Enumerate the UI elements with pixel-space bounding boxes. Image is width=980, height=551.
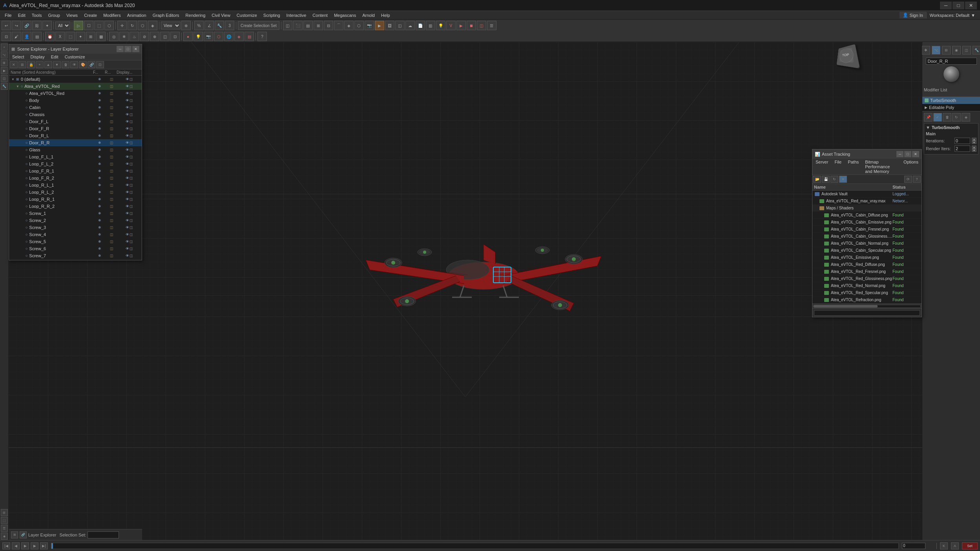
hide-all-btn[interactable]: ⊘ [140, 32, 149, 41]
curve-editor-button[interactable]: ⌒ [334, 21, 343, 30]
at-row-10[interactable]: Atea_eVTOL_Red_Diffuse.png Found [812, 261, 922, 268]
pivot-button[interactable]: ⊕ [181, 21, 191, 30]
at-row-2[interactable]: Maps / Shaders [812, 205, 922, 212]
sign-in-button[interactable]: 👤Sign In [900, 12, 926, 18]
left-tb-extra2[interactable]: ⬚ [1, 517, 8, 524]
frame-input[interactable] [902, 543, 925, 549]
vray-light-btn[interactable]: 💡 [193, 32, 203, 41]
select-button[interactable]: ▷ [74, 21, 83, 30]
move-button[interactable]: ✛ [117, 21, 127, 30]
at-row-6[interactable]: Atea_eVTOL_Cabin_Glossiness.png Found [812, 233, 922, 240]
se-row-loop_r_l_2[interactable]: ▼ ○ Loop_R_L_2 ❄ ◫ 👁 ◫ [9, 189, 142, 196]
vray-extra1-btn[interactable]: ◈ [234, 32, 244, 41]
menu-arnold[interactable]: Arnold [359, 11, 378, 20]
menu-group[interactable]: Group [45, 11, 63, 20]
percent-snap-button[interactable]: % [194, 21, 204, 30]
menu-animation[interactable]: Animation [124, 11, 150, 20]
se-row-screw_6[interactable]: ▼ ○ Screw_6 ❄ ◫ 👁 ◫ [9, 245, 142, 252]
align2-button[interactable]: ▤ [303, 21, 313, 30]
at-tb-reload[interactable]: ↻ [830, 176, 838, 183]
step-next-button[interactable]: ▶ [31, 542, 38, 549]
vray-btn-5[interactable]: ☰ [487, 21, 496, 30]
freeze-all-btn[interactable]: ❄ [119, 32, 129, 41]
unlink-button[interactable]: ⛓ [32, 21, 42, 30]
at-minimize-button[interactable]: ─ [896, 151, 903, 157]
utilities-tab[interactable]: 🔧 [973, 46, 980, 55]
left-tb-motion[interactable]: ▶ [1, 67, 8, 74]
se-row-loop_f_r_1[interactable]: ▼ ○ Loop_F_R_1 ❄ ◫ 👁 ◫ [9, 167, 142, 175]
se-tb-up[interactable]: ▲ [44, 61, 52, 68]
help-btn[interactable]: ? [257, 32, 267, 41]
pin-modifier[interactable]: 📌 [924, 113, 933, 122]
key-mode-button[interactable]: K [940, 542, 948, 549]
se-row-screw_8[interactable]: ▼ ○ Screw_8 ❄ ◫ 👁 ◫ [9, 259, 142, 260]
se-row-screw_2[interactable]: ▼ ○ Screw_2 ❄ ◫ 👁 ◫ [9, 217, 142, 224]
modify-tab[interactable]: ⌥ [932, 46, 940, 55]
vray-cam-btn[interactable]: 📷 [204, 32, 213, 41]
se-row-loop_f_l_1[interactable]: ▼ ○ Loop_F_L_1 ❄ ◫ 👁 ◫ [9, 153, 142, 160]
workspaces-dropdown[interactable]: Workspaces: Default▼ [926, 12, 978, 18]
link-button[interactable]: 🔗 [22, 21, 31, 30]
se-tb-delete[interactable]: 🗑 [62, 61, 69, 68]
se-row-screw_5[interactable]: ▼ ○ Screw_5 ❄ ◫ 👁 ◫ [9, 238, 142, 245]
se-close-button[interactable]: ✕ [132, 46, 139, 52]
vray-btn-4[interactable]: ◫ [477, 21, 486, 30]
at-tb-help[interactable]: ? [913, 176, 921, 183]
hierarchy-tab[interactable]: ⊞ [942, 46, 951, 55]
se-row-loop_r_r_2[interactable]: ▼ ○ Loop_R_R_2 ❄ ◫ 👁 ◫ [9, 203, 142, 210]
at-menu-file[interactable]: File [831, 159, 845, 175]
se-row-loop_r_l_1[interactable]: ▼ ○ Loop_R_L_1 ❄ ◫ 👁 ◫ [9, 182, 142, 189]
create-tab[interactable]: ✚ [922, 46, 930, 55]
menu-megascans[interactable]: Megascans [331, 11, 359, 20]
vray-btn-2[interactable]: ▶ [456, 21, 466, 30]
play-next-button[interactable]: ▶| [40, 542, 48, 549]
xref-btn[interactable]: X [55, 32, 65, 41]
snap-button[interactable]: 🔧 [215, 21, 224, 30]
explorer-settings-button[interactable]: ⊞ [11, 531, 18, 538]
asset-tracking-title-bar[interactable]: 📊 Asset Tracking ─ □ ✕ [812, 149, 922, 159]
delete-modifier[interactable]: 🗑 [943, 113, 951, 122]
se-row-door_r_r[interactable]: ▼ ○ Door_R_R ❄ ◫ 👁 ◫ [9, 139, 142, 146]
left-tb-display[interactable]: ◫ [1, 75, 8, 82]
se-row-screw_7[interactable]: ▼ ○ Screw_7 ❄ ◫ 👁 ◫ [9, 252, 142, 259]
se-row-atea_evtol_red_child[interactable]: ▼ ○ Atea_eVTOL_Red ❄ ◫ 👁 ◫ [9, 90, 142, 97]
se-minimize-button[interactable]: ─ [117, 46, 124, 52]
unfreeze-all-btn[interactable]: ♨ [130, 32, 139, 41]
se-menu-edit[interactable]: Edit [48, 54, 62, 60]
se-row-atea_evtol_red_parent[interactable]: ▼ ○ Atea_eVTOL_Red ❄ ◫ 👁 ◫ [9, 83, 142, 90]
play-prev-button[interactable]: |◀ [2, 542, 10, 549]
render-iters-down[interactable]: ▼ [972, 149, 976, 152]
timeline-slider[interactable] [51, 543, 899, 549]
step-prev-button[interactable]: ◀ [12, 542, 20, 549]
at-row-11[interactable]: Atea_eVTOL_Red_Fresnel.png Found [812, 268, 922, 275]
vray-btn-3[interactable]: ⏹ [467, 21, 476, 30]
render-iters-up[interactable]: ▲ [972, 145, 976, 149]
at-menu-paths[interactable]: Paths [845, 159, 862, 175]
menu-interactive[interactable]: Interactive [283, 11, 310, 20]
isolate-btn[interactable]: ◎ [109, 32, 119, 41]
wire-btn[interactable]: ◫ [160, 32, 170, 41]
at-tb-list[interactable]: ≡ [839, 176, 847, 183]
at-row-3[interactable]: Atea_eVTOL_Cabin_Diffuse.png Found [812, 212, 922, 219]
rotate-button[interactable]: ↻ [128, 21, 137, 30]
active-modifier[interactable]: ✓ [933, 113, 942, 122]
scene-explorer-title-bar[interactable]: ⊞ Scene Explorer - Layer Explorer ─ □ ✕ [9, 44, 142, 54]
at-maximize-button[interactable]: □ [904, 151, 911, 157]
populate2-button[interactable]: ▤ [32, 32, 42, 41]
at-scroll-track[interactable] [813, 305, 921, 308]
menu-rendering[interactable]: Rendering [182, 11, 209, 20]
auto-key-button[interactable]: A [951, 542, 959, 549]
set-key-button[interactable]: Set [962, 542, 978, 549]
left-tb-hierarchy[interactable]: ⊞ [1, 59, 8, 66]
render-to-tex-button[interactable]: 📄 [416, 21, 425, 30]
vray-extra2-btn[interactable]: ▤ [245, 32, 254, 41]
at-row-14[interactable]: Atea_eVTOL_Red_Specular.png Found [812, 289, 922, 296]
align-button[interactable]: ⬛ [293, 21, 303, 30]
play-button[interactable]: ▶ [21, 542, 29, 549]
time-btn[interactable]: ⏰ [45, 32, 55, 41]
snap3d-button[interactable]: 3 [225, 21, 234, 30]
left-tb-create[interactable]: + [1, 44, 8, 51]
vray-mat-btn[interactable]: ⬡ [214, 32, 223, 41]
menu-scripting[interactable]: Scripting [260, 11, 283, 20]
light-lister-button[interactable]: 💡 [436, 21, 445, 30]
